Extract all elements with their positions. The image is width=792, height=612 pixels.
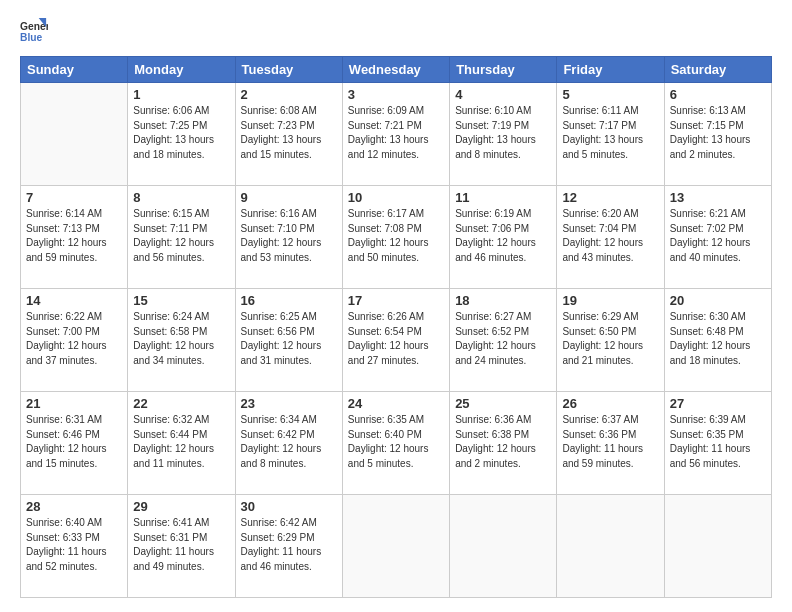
day-number: 19	[562, 293, 658, 308]
calendar-cell: 4Sunrise: 6:10 AM Sunset: 7:19 PM Daylig…	[450, 83, 557, 186]
logo: GeneralBlue	[20, 18, 51, 46]
day-number: 12	[562, 190, 658, 205]
day-number: 2	[241, 87, 337, 102]
day-info: Sunrise: 6:13 AM Sunset: 7:15 PM Dayligh…	[670, 104, 766, 162]
day-number: 17	[348, 293, 444, 308]
day-number: 27	[670, 396, 766, 411]
calendar-cell: 7Sunrise: 6:14 AM Sunset: 7:13 PM Daylig…	[21, 186, 128, 289]
calendar-cell: 3Sunrise: 6:09 AM Sunset: 7:21 PM Daylig…	[342, 83, 449, 186]
day-number: 16	[241, 293, 337, 308]
calendar-cell: 20Sunrise: 6:30 AM Sunset: 6:48 PM Dayli…	[664, 289, 771, 392]
header: GeneralBlue	[20, 18, 772, 46]
day-number: 30	[241, 499, 337, 514]
col-header-tuesday: Tuesday	[235, 57, 342, 83]
day-info: Sunrise: 6:36 AM Sunset: 6:38 PM Dayligh…	[455, 413, 551, 471]
day-number: 8	[133, 190, 229, 205]
day-info: Sunrise: 6:19 AM Sunset: 7:06 PM Dayligh…	[455, 207, 551, 265]
calendar-cell: 23Sunrise: 6:34 AM Sunset: 6:42 PM Dayli…	[235, 392, 342, 495]
day-info: Sunrise: 6:22 AM Sunset: 7:00 PM Dayligh…	[26, 310, 122, 368]
col-header-thursday: Thursday	[450, 57, 557, 83]
day-info: Sunrise: 6:26 AM Sunset: 6:54 PM Dayligh…	[348, 310, 444, 368]
day-number: 25	[455, 396, 551, 411]
calendar-cell: 29Sunrise: 6:41 AM Sunset: 6:31 PM Dayli…	[128, 495, 235, 598]
day-info: Sunrise: 6:29 AM Sunset: 6:50 PM Dayligh…	[562, 310, 658, 368]
day-number: 21	[26, 396, 122, 411]
day-number: 14	[26, 293, 122, 308]
day-number: 4	[455, 87, 551, 102]
day-info: Sunrise: 6:31 AM Sunset: 6:46 PM Dayligh…	[26, 413, 122, 471]
calendar-cell: 27Sunrise: 6:39 AM Sunset: 6:35 PM Dayli…	[664, 392, 771, 495]
col-header-wednesday: Wednesday	[342, 57, 449, 83]
day-number: 26	[562, 396, 658, 411]
day-info: Sunrise: 6:39 AM Sunset: 6:35 PM Dayligh…	[670, 413, 766, 471]
calendar-cell: 14Sunrise: 6:22 AM Sunset: 7:00 PM Dayli…	[21, 289, 128, 392]
day-number: 7	[26, 190, 122, 205]
day-info: Sunrise: 6:20 AM Sunset: 7:04 PM Dayligh…	[562, 207, 658, 265]
day-info: Sunrise: 6:08 AM Sunset: 7:23 PM Dayligh…	[241, 104, 337, 162]
calendar-cell	[450, 495, 557, 598]
calendar-cell: 19Sunrise: 6:29 AM Sunset: 6:50 PM Dayli…	[557, 289, 664, 392]
day-number: 23	[241, 396, 337, 411]
day-info: Sunrise: 6:10 AM Sunset: 7:19 PM Dayligh…	[455, 104, 551, 162]
day-info: Sunrise: 6:41 AM Sunset: 6:31 PM Dayligh…	[133, 516, 229, 574]
day-info: Sunrise: 6:40 AM Sunset: 6:33 PM Dayligh…	[26, 516, 122, 574]
day-info: Sunrise: 6:17 AM Sunset: 7:08 PM Dayligh…	[348, 207, 444, 265]
day-info: Sunrise: 6:30 AM Sunset: 6:48 PM Dayligh…	[670, 310, 766, 368]
day-number: 9	[241, 190, 337, 205]
calendar-week-row: 7Sunrise: 6:14 AM Sunset: 7:13 PM Daylig…	[21, 186, 772, 289]
calendar-cell: 9Sunrise: 6:16 AM Sunset: 7:10 PM Daylig…	[235, 186, 342, 289]
day-number: 24	[348, 396, 444, 411]
day-number: 10	[348, 190, 444, 205]
calendar-cell: 5Sunrise: 6:11 AM Sunset: 7:17 PM Daylig…	[557, 83, 664, 186]
day-number: 3	[348, 87, 444, 102]
calendar-cell: 12Sunrise: 6:20 AM Sunset: 7:04 PM Dayli…	[557, 186, 664, 289]
calendar-cell: 22Sunrise: 6:32 AM Sunset: 6:44 PM Dayli…	[128, 392, 235, 495]
day-info: Sunrise: 6:42 AM Sunset: 6:29 PM Dayligh…	[241, 516, 337, 574]
calendar-cell	[342, 495, 449, 598]
calendar-header-row: SundayMondayTuesdayWednesdayThursdayFrid…	[21, 57, 772, 83]
day-info: Sunrise: 6:11 AM Sunset: 7:17 PM Dayligh…	[562, 104, 658, 162]
day-info: Sunrise: 6:24 AM Sunset: 6:58 PM Dayligh…	[133, 310, 229, 368]
col-header-friday: Friday	[557, 57, 664, 83]
day-number: 15	[133, 293, 229, 308]
day-info: Sunrise: 6:32 AM Sunset: 6:44 PM Dayligh…	[133, 413, 229, 471]
calendar-cell	[664, 495, 771, 598]
calendar-cell: 15Sunrise: 6:24 AM Sunset: 6:58 PM Dayli…	[128, 289, 235, 392]
day-number: 1	[133, 87, 229, 102]
calendar-cell: 13Sunrise: 6:21 AM Sunset: 7:02 PM Dayli…	[664, 186, 771, 289]
calendar-cell: 11Sunrise: 6:19 AM Sunset: 7:06 PM Dayli…	[450, 186, 557, 289]
day-number: 13	[670, 190, 766, 205]
calendar-cell: 6Sunrise: 6:13 AM Sunset: 7:15 PM Daylig…	[664, 83, 771, 186]
col-header-sunday: Sunday	[21, 57, 128, 83]
day-info: Sunrise: 6:09 AM Sunset: 7:21 PM Dayligh…	[348, 104, 444, 162]
day-info: Sunrise: 6:21 AM Sunset: 7:02 PM Dayligh…	[670, 207, 766, 265]
day-info: Sunrise: 6:27 AM Sunset: 6:52 PM Dayligh…	[455, 310, 551, 368]
page: GeneralBlue SundayMondayTuesdayWednesday…	[0, 0, 792, 612]
day-info: Sunrise: 6:16 AM Sunset: 7:10 PM Dayligh…	[241, 207, 337, 265]
calendar-week-row: 28Sunrise: 6:40 AM Sunset: 6:33 PM Dayli…	[21, 495, 772, 598]
calendar-cell: 8Sunrise: 6:15 AM Sunset: 7:11 PM Daylig…	[128, 186, 235, 289]
calendar-cell: 17Sunrise: 6:26 AM Sunset: 6:54 PM Dayli…	[342, 289, 449, 392]
calendar-table: SundayMondayTuesdayWednesdayThursdayFrid…	[20, 56, 772, 598]
day-number: 18	[455, 293, 551, 308]
calendar-cell: 16Sunrise: 6:25 AM Sunset: 6:56 PM Dayli…	[235, 289, 342, 392]
day-number: 6	[670, 87, 766, 102]
day-info: Sunrise: 6:15 AM Sunset: 7:11 PM Dayligh…	[133, 207, 229, 265]
day-info: Sunrise: 6:37 AM Sunset: 6:36 PM Dayligh…	[562, 413, 658, 471]
calendar-cell: 1Sunrise: 6:06 AM Sunset: 7:25 PM Daylig…	[128, 83, 235, 186]
calendar-cell: 21Sunrise: 6:31 AM Sunset: 6:46 PM Dayli…	[21, 392, 128, 495]
calendar-cell	[557, 495, 664, 598]
day-number: 11	[455, 190, 551, 205]
calendar-cell: 18Sunrise: 6:27 AM Sunset: 6:52 PM Dayli…	[450, 289, 557, 392]
calendar-cell: 30Sunrise: 6:42 AM Sunset: 6:29 PM Dayli…	[235, 495, 342, 598]
day-number: 5	[562, 87, 658, 102]
day-info: Sunrise: 6:34 AM Sunset: 6:42 PM Dayligh…	[241, 413, 337, 471]
calendar-cell: 28Sunrise: 6:40 AM Sunset: 6:33 PM Dayli…	[21, 495, 128, 598]
day-info: Sunrise: 6:25 AM Sunset: 6:56 PM Dayligh…	[241, 310, 337, 368]
calendar-cell: 2Sunrise: 6:08 AM Sunset: 7:23 PM Daylig…	[235, 83, 342, 186]
col-header-saturday: Saturday	[664, 57, 771, 83]
day-number: 28	[26, 499, 122, 514]
calendar-week-row: 21Sunrise: 6:31 AM Sunset: 6:46 PM Dayli…	[21, 392, 772, 495]
calendar-week-row: 1Sunrise: 6:06 AM Sunset: 7:25 PM Daylig…	[21, 83, 772, 186]
col-header-monday: Monday	[128, 57, 235, 83]
